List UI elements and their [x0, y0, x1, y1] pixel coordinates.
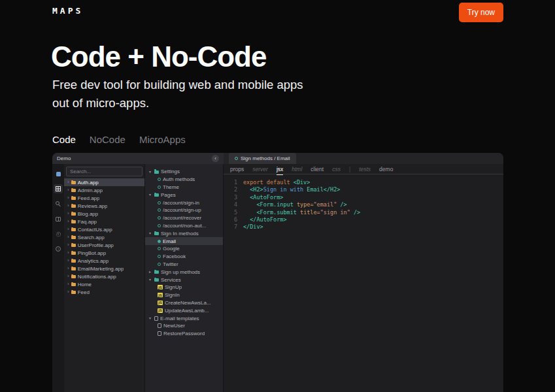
rail-item-workspace-icon[interactable]	[54, 169, 63, 178]
explorer-item-contactus-app[interactable]: ›ContactUs.app	[64, 225, 144, 233]
tree-item-e-mail-templates[interactable]: ▾E-mail templates	[145, 314, 223, 322]
editor-mode-jsx[interactable]: jsx	[277, 166, 283, 172]
explorer-item-emailmarketing-app[interactable]: ›EmailMarketing.app	[64, 265, 144, 272]
code-token: <Form.input	[256, 201, 296, 208]
tree-item-label: /account/sign-up	[163, 207, 201, 213]
rail-item-search-icon[interactable]	[54, 199, 63, 208]
code-area[interactable]: 1export default <Div>2 <H2>Sign in with …	[224, 174, 503, 231]
explorer-item-feed-app[interactable]: ›Feed.app	[64, 194, 144, 202]
rail-item-settings-gear-icon[interactable]	[54, 229, 63, 238]
editor-mode-css[interactable]: css	[332, 166, 341, 172]
tree-item-label: Google	[163, 246, 180, 252]
editor-tab-sign-methods-email[interactable]: Sign methods / Email	[229, 153, 296, 164]
explorer-item-notifications-app[interactable]: ›Notifications.app	[64, 272, 144, 280]
file-icon	[235, 157, 238, 160]
chevron-down-icon[interactable]: ▾	[148, 278, 152, 282]
line-number: 3	[224, 194, 243, 201]
code-token: </AutoForm>	[250, 216, 286, 223]
tree-item-updateawslamb[interactable]: JSUpdateAwsLamb...	[145, 306, 223, 314]
tree-item-account-sign-in[interactable]: /account/sign-in	[145, 199, 223, 206]
folder-icon	[71, 228, 76, 231]
page-title: Code + No-Code	[51, 41, 266, 73]
tree-item-email[interactable]: Email	[145, 237, 223, 245]
explorer-item-blog-app[interactable]: ›Blog.app	[64, 210, 144, 218]
tree-item-account-non-aut[interactable]: /account/non-aut...	[145, 222, 223, 230]
explorer-item-admin-app[interactable]: ›Admin.app	[64, 186, 144, 194]
explorer-item-home[interactable]: ›Home	[64, 280, 144, 288]
tree-item-sign-in-methods[interactable]: ▾Sign In methods	[145, 229, 223, 237]
editor-mode-server[interactable]: server	[252, 166, 268, 172]
tab-code[interactable]: Code	[52, 134, 76, 145]
tree-item-newuser[interactable]: NewUser	[145, 322, 223, 330]
tree-item-label: NewUser	[163, 323, 185, 329]
tree-item-pages[interactable]: ▾Pages	[145, 191, 223, 199]
tree-item-facebook[interactable]: Facebook	[145, 253, 223, 261]
chevron-down-icon[interactable]: ▾	[148, 316, 152, 320]
tree-item-auth-methods[interactable]: Auth methods	[145, 176, 223, 184]
explorer-item-faq-app[interactable]: ›Faq.app	[64, 218, 144, 225]
editor-mode-client[interactable]: client	[311, 166, 324, 172]
chevron-down-icon[interactable]: ▾	[148, 170, 152, 174]
tab-nocode[interactable]: NoCode	[90, 134, 126, 145]
code-line-2: 2 <H2>Sign in with Email</H2>	[224, 186, 503, 193]
search-icon	[56, 201, 59, 205]
chevron-right-icon: ›	[67, 289, 69, 295]
explorer-item-pingbot-app[interactable]: ›PingBot.app	[64, 249, 144, 257]
code-text: <H2>Sign in with Email</H2>	[243, 186, 340, 193]
rail-item-apps-grid-icon[interactable]	[54, 184, 63, 193]
radio-icon	[158, 216, 161, 220]
tree-item-restorepassword[interactable]: RestorePassword	[145, 330, 223, 338]
code-line-3: 3 <AutoForm>	[224, 194, 503, 201]
explorer-item-feed[interactable]: ›Feed	[64, 288, 144, 296]
rail-item-library-icon[interactable]	[54, 214, 63, 223]
chevron-right-icon: ›	[67, 235, 69, 240]
radio-icon	[158, 208, 161, 212]
rail-item-info-icon[interactable]	[54, 244, 63, 253]
line-number: 4	[224, 201, 243, 208]
tree-item-signin[interactable]: JSSignIn	[145, 291, 223, 299]
collapse-panel-button[interactable]: ‹	[212, 155, 219, 162]
tree-item-label: Settings	[161, 169, 180, 174]
explorer-item-auth-app[interactable]: ›Auth.app	[64, 178, 144, 186]
app-name: Faq.app	[78, 219, 97, 225]
editor-mode-demo[interactable]: demo	[379, 166, 393, 172]
explorer-item-analytics-app[interactable]: ›Analytics.app	[64, 257, 144, 265]
chevron-right-icon: ›	[67, 203, 69, 208]
tree-item-twitter[interactable]: Twitter	[145, 261, 223, 269]
tree-item-createnewawsla[interactable]: JSCreateNewAwsLa...	[145, 299, 223, 307]
radio-icon	[158, 178, 161, 181]
app-list: ›Auth.app›Admin.app›Feed.app›Reviews.app…	[64, 178, 144, 296]
tree-item-theme[interactable]: Theme	[145, 184, 223, 191]
tree-item-sign-up-methods[interactable]: ▸Sign up methods	[145, 268, 223, 276]
hero-subtitle: Free dev tool for building web and mobil…	[52, 76, 303, 112]
code-line-5: 5 <Form.submit title="sign in" />	[224, 209, 503, 216]
tab-microapps[interactable]: MicroApps	[139, 134, 186, 145]
radio-icon	[158, 224, 161, 227]
tree-item-account-sign-up[interactable]: /account/sign-up	[145, 206, 223, 214]
tree-item-label: CreateNewAwsLa...	[165, 300, 211, 306]
activity-bar	[52, 164, 64, 392]
code-token: "email"	[314, 201, 337, 208]
tree-item-signup[interactable]: JSSignUp	[145, 284, 223, 291]
chevron-down-icon[interactable]: ▾	[148, 231, 152, 235]
tree-item-google[interactable]: Google	[145, 245, 223, 253]
chevron-down-icon[interactable]: ▾	[148, 193, 152, 197]
search-input[interactable]	[66, 167, 143, 176]
app-name: Home	[78, 282, 92, 287]
tree-item-services[interactable]: ▾Services	[145, 276, 223, 284]
app-name: UserProfile.app	[78, 242, 114, 248]
explorer-item-reviews-app[interactable]: ›Reviews.app	[64, 202, 144, 210]
chevron-right-icon[interactable]: ▸	[148, 270, 152, 274]
code-line-6: 6 </AutoForm>	[224, 216, 503, 223]
tree-item-settings[interactable]: ▾Settings	[145, 168, 223, 176]
editor-mode-props[interactable]: props	[230, 166, 244, 172]
tree-item-account-recover[interactable]: /account/recover	[145, 214, 223, 222]
app-name: Reviews.app	[78, 203, 108, 209]
explorer-item-userprofile-app[interactable]: ›UserProfile.app	[64, 241, 144, 249]
code-token: "sign in"	[320, 209, 350, 216]
explorer-item-search-app[interactable]: ›Search.app	[64, 233, 144, 241]
editor-mode-html[interactable]: html	[292, 166, 302, 172]
try-now-button[interactable]: Try now	[459, 3, 503, 22]
folder-icon	[71, 220, 76, 223]
editor-mode-tests[interactable]: tests	[359, 166, 371, 172]
